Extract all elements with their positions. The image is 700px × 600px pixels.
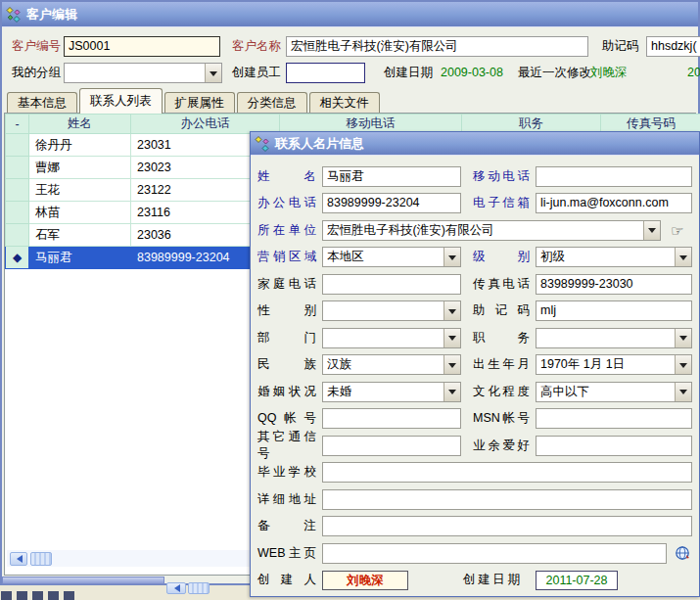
hand-pointer-icon[interactable]: ☞ (671, 220, 683, 241)
chevron-down-icon[interactable] (205, 64, 221, 82)
address-input[interactable] (322, 489, 692, 510)
level-label: 级别 (473, 249, 530, 265)
row-selector-header[interactable]: - (6, 115, 29, 134)
tab-category-info[interactable]: 分类信息 (237, 92, 307, 114)
cell-name[interactable]: 林苗 (29, 202, 131, 224)
scroll-left-arrow-icon (13, 555, 23, 563)
field-row: 民族 汉族 出生年月 1970年 1月 1日 (257, 353, 692, 377)
customer-form: 客户编号 JS0001 客户名称 宏恒胜电子科技(淮安)有限公司 助记码 hhs… (4, 28, 698, 87)
tab-bar: 基本信息 联系人列表 扩展属性 分类信息 相关文件 (4, 88, 696, 114)
company-combo[interactable]: 宏恒胜电子科技(淮安)有限公司 (322, 220, 661, 241)
tab-extended-attrs[interactable]: 扩展属性 (164, 92, 235, 114)
gender-combo[interactable] (322, 300, 461, 321)
chevron-down-icon[interactable] (675, 383, 691, 401)
last-modified-by: 刘晚深 (590, 63, 628, 83)
name-input[interactable]: 马丽君 (322, 166, 461, 187)
chevron-down-icon[interactable] (675, 248, 691, 266)
dialog-titlebar[interactable]: 联系人名片信息 (251, 132, 699, 156)
web-label: WEB主页 (257, 545, 316, 562)
fax-input[interactable]: 83989999-23030 (536, 274, 692, 295)
web-input[interactable] (322, 543, 667, 564)
qq-input[interactable] (322, 408, 461, 429)
chevron-down-icon[interactable] (443, 383, 460, 401)
email-input[interactable]: li-jun.ma@foxconn.com (536, 193, 692, 213)
level-combo[interactable]: 初级 (536, 247, 692, 267)
scroll-left-arrow-icon (170, 584, 180, 592)
region-combo-disabled: 本地区 (322, 247, 461, 267)
msn-input[interactable] (536, 408, 692, 429)
field-row: 姓名 马丽君 移动电话 (257, 164, 692, 188)
cell-name[interactable]: 曹娜 (29, 157, 131, 179)
globe-icon[interactable] (675, 545, 690, 561)
education-combo[interactable]: 高中以下 (536, 382, 692, 402)
creator-row: 创建人 刘晚深 创建日期 2011-07-28 (257, 569, 692, 592)
last-modified-label: 最近一次修改 (518, 63, 591, 83)
scroll-left-button[interactable] (10, 552, 27, 566)
marital-value: 未婚 (323, 383, 443, 401)
field-row: WEB主页 (257, 541, 692, 565)
ethnicity-combo[interactable]: 汉族 (322, 354, 461, 375)
row-selector-cell[interactable] (6, 179, 29, 202)
marital-combo[interactable]: 未婚 (322, 382, 461, 402)
mnemonic-input[interactable]: hhsdzkj( (646, 36, 700, 57)
office-phone-label: 办公电话 (257, 195, 316, 211)
remark-input[interactable] (322, 516, 692, 536)
position-combo[interactable] (536, 328, 692, 348)
office-phone-input[interactable]: 83989999-23204 (322, 193, 461, 213)
cell-name[interactable]: 马丽君 (29, 247, 131, 269)
row-selector-cell[interactable] (6, 224, 29, 247)
field-row: 详细地址 (257, 487, 692, 511)
field-row: 营销区域 本地区 级别 初级 (257, 246, 692, 269)
my-group-value (65, 64, 205, 82)
home-phone-input[interactable] (322, 274, 461, 295)
cell-name[interactable]: 石军 (29, 224, 131, 247)
creator-value-box: 刘晚深 (322, 571, 408, 590)
window-titlebar[interactable]: 客户编辑 (2, 2, 698, 27)
department-combo[interactable] (322, 328, 461, 348)
qq-label: QQ帐号 (257, 410, 316, 427)
mnemonic-input[interactable]: mlj (536, 300, 692, 321)
cell-name[interactable]: 徐丹丹 (29, 134, 131, 157)
name-label: 姓名 (257, 168, 316, 185)
chevron-down-icon[interactable] (443, 301, 460, 320)
chevron-down-icon[interactable] (675, 355, 691, 374)
create-employee-input[interactable] (286, 63, 365, 83)
customer-id-input[interactable]: JS0001 (64, 36, 220, 57)
address-label: 详细地址 (257, 491, 316, 508)
created-date-label: 创建日期 (463, 572, 520, 588)
hobby-input[interactable] (536, 436, 692, 456)
chevron-down-icon[interactable] (675, 329, 691, 347)
cell-name[interactable]: 王花 (29, 179, 131, 202)
birth-combo[interactable]: 1970年 1月 1日 (536, 354, 692, 375)
background-scroll-left-button[interactable] (166, 582, 186, 594)
screen: 客户编辑 客户编号 JS0001 客户名称 宏恒胜电子科技(淮安)有限公司 助记… (0, 0, 700, 600)
tab-related-files[interactable]: 相关文件 (309, 92, 380, 114)
other-contact-input[interactable] (322, 436, 461, 456)
dialog-body: 姓名 马丽君 移动电话 办公电话 83989999-23204 电子信箱 li-… (251, 156, 699, 592)
chevron-down-icon[interactable] (443, 329, 460, 347)
region-label: 营销区域 (257, 249, 316, 265)
chevron-down-icon (443, 248, 460, 266)
mnemonic-label: 助记码 (602, 36, 639, 57)
row-selector-cell[interactable]: ◆ (6, 247, 29, 269)
mobile-input[interactable] (536, 166, 692, 187)
row-selector-cell[interactable] (6, 202, 29, 224)
last-modified-date-clipped: 20 (687, 63, 700, 83)
chevron-down-icon[interactable] (443, 355, 460, 374)
tab-contact-list[interactable]: 联系人列表 (79, 88, 163, 114)
school-input[interactable] (322, 462, 692, 483)
column-header-name[interactable]: 姓名 (29, 115, 131, 134)
scrollbar-thumb[interactable] (30, 552, 52, 566)
tab-basic-info[interactable]: 基本信息 (7, 92, 77, 114)
row-selector-cell[interactable] (6, 157, 29, 179)
customer-name-input[interactable]: 宏恒胜电子科技(淮安)有限公司 (286, 36, 588, 57)
background-scrollbar-thumb[interactable] (188, 582, 210, 594)
ethnicity-value: 汉族 (323, 355, 443, 374)
row-selector-cell[interactable] (6, 134, 29, 157)
bottom-scroll-track[interactable] (2, 577, 164, 584)
chevron-down-icon[interactable] (643, 221, 660, 240)
marital-label: 婚姻状况 (257, 384, 316, 400)
my-group-combo[interactable] (64, 63, 222, 83)
field-row: 所在单位 宏恒胜电子科技(淮安)有限公司 ☞ (257, 218, 692, 242)
field-row: 家庭电话 传真电话 83989999-23030 (257, 272, 692, 296)
